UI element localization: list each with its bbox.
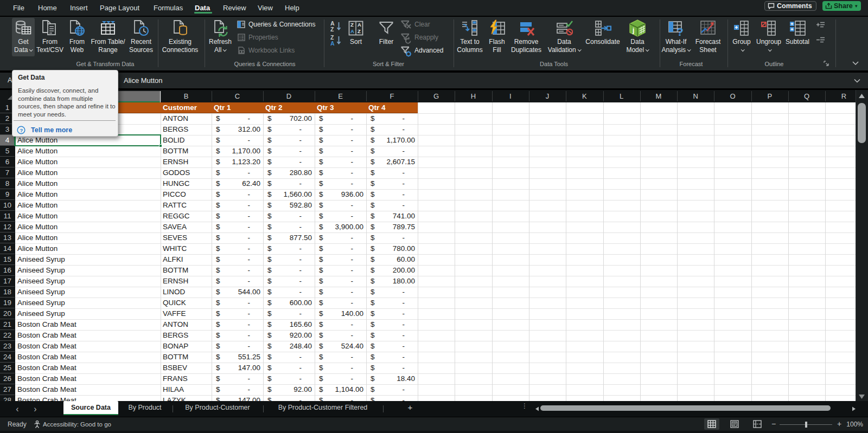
svg-text:?: ? (676, 25, 684, 37)
svg-text:j: j (632, 27, 634, 34)
svg-text:Z: Z (358, 28, 361, 34)
svg-text:A: A (350, 28, 354, 34)
svg-text:?: ? (20, 127, 23, 133)
svg-text:Z: Z (330, 26, 334, 33)
svg-text:Z: Z (350, 22, 354, 28)
svg-text:A: A (330, 40, 335, 47)
svg-text:A: A (358, 22, 361, 28)
